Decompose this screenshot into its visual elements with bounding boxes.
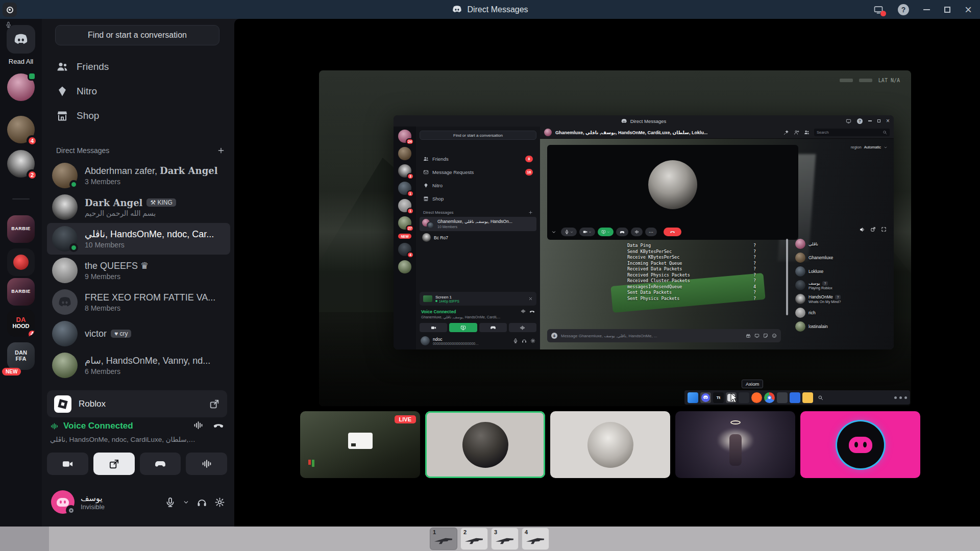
settings-button[interactable] (214, 497, 225, 508)
create-dm-button[interactable] (217, 146, 225, 155)
collapse-chevron-icon (551, 230, 556, 235)
halo-art (730, 420, 741, 424)
soundboard-button[interactable] (186, 453, 227, 475)
tile-roblox-stream[interactable]: LIVE (300, 411, 420, 478)
maximize-button[interactable] (944, 7, 950, 13)
tile-participant[interactable] (550, 411, 670, 478)
friends-icon (423, 156, 429, 162)
activity-card: Roblox (47, 390, 227, 417)
screen-share-button-active[interactable] (93, 453, 135, 475)
shared-chat-main: Ghanemluxe, يوسف, ناڤلي, HandsOnMe, Card… (540, 127, 894, 349)
shared-member-list: ناڤلي Ghanemluxe Lokluxe يوسف? Playing R… (795, 239, 890, 332)
hangup-control (664, 228, 681, 236)
maximize-icon (877, 119, 880, 122)
avatar: 27 (398, 216, 411, 230)
minimize-button[interactable] (923, 9, 930, 10)
camera-button[interactable] (47, 453, 88, 475)
sidebar-item-friends[interactable]: Friends (48, 56, 228, 78)
avatar: 3 (398, 164, 411, 178)
stream-indicator-icon[interactable] (873, 5, 884, 15)
avatar (52, 226, 78, 252)
avatar (52, 258, 78, 283)
new-badge: NEW (398, 234, 411, 239)
close-stream-icon (528, 296, 533, 301)
server-da-hood[interactable]: DA HOOD 4 (7, 309, 35, 337)
rail-dm-avatar-1[interactable] (7, 73, 35, 101)
settings-icon (530, 338, 535, 343)
noise-icon (521, 309, 526, 314)
dm-item[interactable]: Dark Angel⚒ KING بسم الله الرحمن الرحيم (47, 191, 230, 223)
game-pixel (308, 460, 311, 465)
server-dan-ffa[interactable]: DAN FFA (7, 342, 35, 370)
connection-signal-icon (50, 422, 59, 431)
server-barbie-1[interactable]: BARBIE (7, 215, 35, 243)
shop-item: Shop (420, 192, 536, 205)
hotbar-slot-2[interactable]: 2 (460, 528, 488, 550)
dm-item[interactable]: FREE XEO FROM FATTIE VA... 8 Members (47, 286, 230, 318)
server-barbie-2[interactable]: BARBIE (7, 278, 35, 306)
mic-options-chevron-icon[interactable] (183, 499, 189, 506)
dm-item[interactable]: سام, HandsOnMe, Vanny, nd... 6 Members (47, 349, 230, 381)
activities-button[interactable] (140, 453, 181, 475)
avatar (421, 336, 430, 345)
hotbar-slot-1[interactable]: 1 (430, 528, 457, 550)
online-dot (69, 243, 78, 252)
participant-tiles: LIVE (300, 411, 920, 478)
soundboard-button (509, 323, 536, 332)
tile-participant-photo[interactable] (675, 411, 795, 478)
dm-item[interactable]: Abderhman zafer, Dark Angel 3 Members (47, 160, 230, 191)
help-icon: ? (857, 118, 863, 124)
user-avatar[interactable] (51, 490, 75, 514)
dm-item-selected[interactable]: ناڤلي, HandsOnMe, ndoc, Car... 10 Member… (47, 223, 230, 255)
read-all-button[interactable]: Read All (0, 58, 42, 65)
voice-channel-name[interactable]: ناڤلي, HandsOnMe, ndoc, CardiLuxe, سلطان… (50, 435, 195, 443)
shared-dm-sidebar: Find or start a conversation Friends 8 M… (416, 127, 540, 349)
mute-mic-button[interactable] (165, 497, 176, 508)
server-red[interactable] (7, 248, 35, 276)
tile-participant-selected[interactable] (425, 411, 545, 478)
focused-screenshare-tile[interactable]: LAT N/A Direct Messages ? × (319, 70, 911, 406)
unread-badge: 4 (27, 329, 35, 337)
shared-titlebar: Direct Messages ? × (394, 115, 894, 127)
scrollbar (786, 239, 788, 315)
sidebar-item-nitro[interactable]: Nitro (48, 80, 228, 103)
overlay-recorder-icon[interactable] (3, 3, 17, 17)
participant-avatar (587, 422, 633, 468)
screen-share-button-live (449, 323, 477, 332)
message-requests-item: Message Requests 16 (420, 165, 536, 179)
hotbar-slot-4[interactable]: 4 (522, 528, 549, 550)
disconnect-call-button[interactable] (213, 420, 224, 431)
dm-item[interactable]: victor♥ cry (47, 318, 230, 349)
close-button[interactable]: × (965, 4, 972, 16)
participant-avatar (837, 421, 884, 468)
home-button[interactable] (7, 25, 35, 54)
sticker-icon (763, 333, 768, 338)
search-conversation-button[interactable]: Find or start a conversation (55, 25, 219, 45)
shared-cursor-icon (730, 393, 738, 405)
discord-logo-icon (621, 119, 627, 123)
dm-item[interactable]: the QUEEFS ♛ 9 Members (47, 255, 230, 286)
avatar: 24 (398, 130, 411, 143)
tile-participant-discord-avatar[interactable] (800, 411, 920, 478)
noise-suppression-button[interactable] (193, 420, 204, 431)
member-count: 3 Members (85, 178, 225, 186)
nitro-icon (56, 85, 68, 97)
shared-message-bar: + Message Ghanemluxe, ناڤلي, يوسف, Hands… (547, 329, 781, 342)
avatar (398, 147, 411, 160)
help-button[interactable]: ? (898, 4, 909, 15)
rail-dm-avatar-2[interactable]: 4 (7, 116, 35, 143)
sidebar-item-shop[interactable]: Shop (48, 105, 228, 127)
deafen-button[interactable] (197, 497, 207, 508)
friends-icon (56, 61, 68, 73)
add-friend-icon (794, 130, 799, 135)
avatar (52, 194, 78, 220)
hotbar-slot-3[interactable]: 3 (491, 528, 519, 550)
stream-activity-button[interactable] (209, 398, 220, 410)
roblox-network-stats: Data Ping? Send KBytesPerSec? Receive KB… (627, 243, 756, 302)
rail-divider (12, 198, 30, 199)
shop-icon (56, 110, 68, 122)
rail-dm-avatar-3[interactable]: 2 (7, 150, 35, 178)
minimize-icon (868, 120, 872, 121)
group-avatar (544, 129, 552, 136)
weapon-icon (495, 535, 515, 545)
